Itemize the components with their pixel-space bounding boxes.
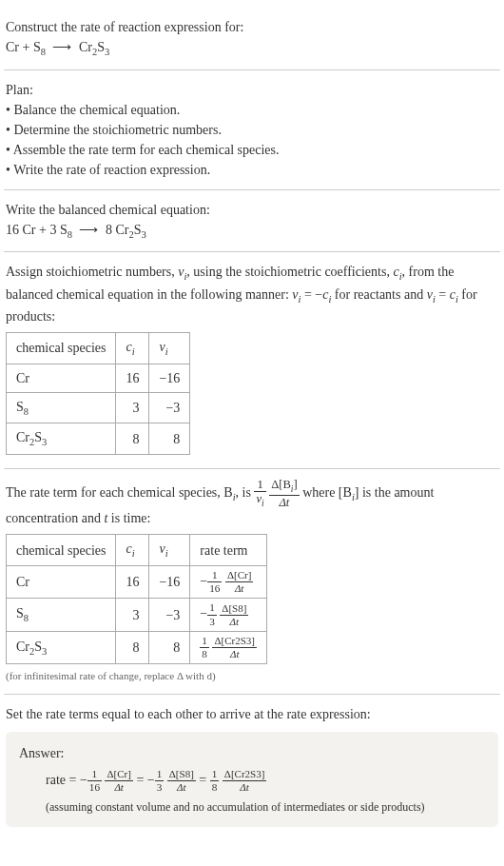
cell-species: S8 bbox=[7, 599, 116, 631]
stoich-section: Assign stoichiometric numbers, νi, using… bbox=[4, 252, 500, 469]
col-nui: νi bbox=[149, 535, 190, 566]
col-ci: ci bbox=[116, 333, 149, 364]
reactant-cr: Cr bbox=[6, 40, 19, 54]
table-header-row: chemical species ci νi rate term bbox=[7, 535, 267, 566]
cell-nui: 8 bbox=[149, 631, 190, 663]
fraction: Δ[Bi]Δt bbox=[269, 479, 300, 509]
plan-item: • Determine the stoichiometric numbers. bbox=[6, 120, 498, 140]
col-ci: ci bbox=[116, 535, 149, 566]
col-species: chemical species bbox=[7, 333, 116, 364]
table-row: Cr2S3 8 8 18 Δ[Cr2S3]Δt bbox=[7, 631, 267, 663]
col-species: chemical species bbox=[7, 535, 116, 566]
plan-heading: Plan: bbox=[6, 80, 498, 100]
rateterm-table: chemical species ci νi rate term Cr 16 −… bbox=[6, 534, 267, 664]
plan-item: • Assemble the rate term for each chemic… bbox=[6, 140, 498, 160]
cell-nui: −16 bbox=[149, 364, 190, 392]
plan-item: • Write the rate of reaction expression. bbox=[6, 160, 498, 180]
answer-equation: rate = −116 Δ[Cr]Δt = −13 Δ[S8]Δt = 18 Δ… bbox=[19, 769, 485, 793]
balanced-equation: 16 Cr + 3 S8 ⟶ 8 Cr2S3 bbox=[6, 220, 498, 243]
cell-species: Cr2S3 bbox=[7, 423, 116, 455]
table-row: S8 3 −3 −13 Δ[S8]Δt bbox=[7, 599, 267, 631]
cell-nui: −3 bbox=[149, 599, 190, 631]
cell-ci: 3 bbox=[116, 599, 149, 631]
cell-nui: 8 bbox=[149, 423, 190, 455]
balanced-section: Write the balanced chemical equation: 16… bbox=[4, 190, 500, 253]
cell-species: Cr2S3 bbox=[7, 631, 116, 663]
prompt-text: Construct the rate of reaction expressio… bbox=[6, 17, 498, 37]
final-heading: Set the rate terms equal to each other t… bbox=[6, 704, 498, 724]
reactant-s8: S8 bbox=[33, 40, 46, 54]
cell-ci: 16 bbox=[116, 565, 149, 598]
plan-item: • Balance the chemical equation. bbox=[6, 100, 498, 120]
cell-rateterm: 18 Δ[Cr2S3]Δt bbox=[190, 631, 267, 663]
answer-label: Answer: bbox=[19, 743, 485, 763]
rateterm-section: The rate term for each chemical species,… bbox=[4, 469, 500, 695]
cell-ci: 8 bbox=[116, 423, 149, 455]
cell-species: Cr bbox=[7, 364, 116, 392]
cell-ci: 3 bbox=[116, 392, 149, 423]
cell-nui: −16 bbox=[149, 565, 190, 598]
table-header-row: chemical species ci νi bbox=[7, 333, 190, 364]
stoich-table: chemical species ci νi Cr 16 −16 S8 3 −3… bbox=[6, 332, 190, 455]
answer-note: (assuming constant volume and no accumul… bbox=[19, 798, 485, 816]
col-rateterm: rate term bbox=[190, 535, 267, 566]
cell-ci: 8 bbox=[116, 631, 149, 663]
fraction: 1νi bbox=[254, 479, 265, 509]
final-section: Set the rate terms equal to each other t… bbox=[4, 695, 500, 836]
cell-rateterm: −13 Δ[S8]Δt bbox=[190, 599, 267, 631]
table-row: Cr2S3 8 8 bbox=[7, 423, 190, 455]
infinitesimal-note: (for infinitesimal rate of change, repla… bbox=[6, 668, 498, 684]
intro-section: Construct the rate of reaction expressio… bbox=[4, 8, 500, 70]
rateterm-text: The rate term for each chemical species,… bbox=[6, 479, 498, 529]
unbalanced-equation: Cr + S8 ⟶ Cr2S3 bbox=[6, 37, 498, 60]
table-row: Cr 16 −16 bbox=[7, 364, 190, 392]
product-cr2s3: Cr2S3 bbox=[79, 40, 109, 54]
stoich-text: Assign stoichiometric numbers, νi, using… bbox=[6, 262, 498, 326]
plan-section: Plan: • Balance the chemical equation. •… bbox=[4, 70, 500, 190]
reaction-arrow-icon: ⟶ bbox=[48, 40, 75, 54]
balanced-heading: Write the balanced chemical equation: bbox=[6, 200, 498, 220]
cell-species: S8 bbox=[7, 392, 116, 423]
table-row: S8 3 −3 bbox=[7, 392, 190, 423]
cell-nui: −3 bbox=[149, 392, 190, 423]
col-nui: νi bbox=[149, 333, 190, 364]
cell-ci: 16 bbox=[116, 364, 149, 392]
table-row: Cr 16 −16 −116 Δ[Cr]Δt bbox=[7, 565, 267, 598]
cell-species: Cr bbox=[7, 565, 116, 598]
answer-box: Answer: rate = −116 Δ[Cr]Δt = −13 Δ[S8]Δ… bbox=[6, 732, 498, 827]
cell-rateterm: −116 Δ[Cr]Δt bbox=[190, 565, 267, 598]
reaction-arrow-icon: ⟶ bbox=[75, 223, 102, 237]
